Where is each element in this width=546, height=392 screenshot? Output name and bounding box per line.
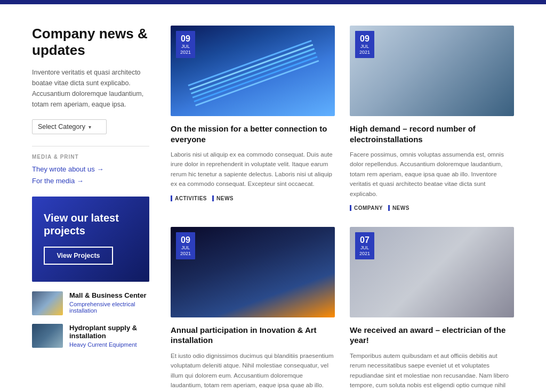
project-info-0: Mall & Business Center Comprehensive ele… bbox=[69, 291, 149, 314]
project-name-0: Mall & Business Center bbox=[69, 291, 149, 299]
project-list: Mall & Business Center Comprehensive ele… bbox=[32, 291, 149, 348]
date-month: JUL bbox=[359, 245, 370, 251]
project-tag-0: Comprehensive electrical installation bbox=[69, 301, 149, 314]
sidebar-description: Inventore veritatis et quasi architecto … bbox=[32, 67, 149, 110]
page-wrapper: Company news & updates Inventore veritat… bbox=[0, 0, 546, 392]
project-thumb-hydro bbox=[32, 324, 63, 348]
news-tags: ACTIVITIESNEWS bbox=[171, 195, 335, 201]
main-content: 09 JUL 2021 On the mission for a better … bbox=[171, 26, 514, 392]
date-day: 07 bbox=[359, 235, 370, 245]
project-thumb-mall bbox=[32, 291, 63, 315]
project-item-0[interactable]: Mall & Business Center Comprehensive ele… bbox=[32, 291, 149, 315]
date-year: 2021 bbox=[180, 251, 191, 257]
project-tag-1: Heavy Current Equipment bbox=[69, 341, 149, 348]
date-day: 09 bbox=[359, 34, 370, 44]
news-card-3[interactable]: 07 JUL 2021 We received an award – elect… bbox=[350, 227, 514, 392]
sidebar: Company news & updates Inventore veritat… bbox=[32, 26, 149, 392]
news-tag: NEWS bbox=[212, 195, 234, 201]
news-tag: ACTIVITIES bbox=[171, 195, 207, 201]
date-day: 09 bbox=[180, 235, 191, 245]
media-section-label: MEDIA & PRINT bbox=[32, 154, 149, 160]
news-title: We received an award – electrician of th… bbox=[350, 325, 514, 346]
projects-banner: View our latest projects View Projects bbox=[32, 197, 149, 282]
news-title: Annual participation in Inovation & Art … bbox=[171, 325, 335, 346]
date-month: JUL bbox=[180, 44, 191, 50]
news-title: High demand – record number of electroin… bbox=[350, 124, 514, 144]
news-tag: NEWS bbox=[388, 205, 410, 211]
news-text: Laboris nisi ut aliquip ex ea commodo co… bbox=[171, 150, 335, 189]
date-month: JUL bbox=[359, 44, 370, 50]
news-image bbox=[350, 26, 514, 116]
news-image-wrap: 09 JUL 2021 bbox=[350, 26, 514, 116]
project-info-1: Hydroplant supply & installation Heavy C… bbox=[69, 324, 149, 348]
sidebar-link-media[interactable]: For the media → bbox=[32, 177, 149, 185]
category-select[interactable]: Select Category ▾ bbox=[32, 119, 107, 134]
sidebar-title: Company news & updates bbox=[32, 26, 149, 59]
project-name-1: Hydroplant supply & installation bbox=[69, 324, 149, 340]
date-badge: 09 JUL 2021 bbox=[355, 31, 374, 58]
news-card-0[interactable]: 09 JUL 2021 On the mission for a better … bbox=[171, 26, 335, 211]
banner-title: View our latest projects bbox=[44, 211, 138, 237]
news-text: Et iusto odio dignissimos ducimus qui bl… bbox=[171, 351, 335, 390]
news-image bbox=[171, 26, 335, 116]
date-badge: 09 JUL 2021 bbox=[176, 232, 195, 259]
date-year: 2021 bbox=[180, 50, 191, 55]
news-image-wrap: 09 JUL 2021 bbox=[171, 227, 335, 317]
news-title: On the mission for a better connection t… bbox=[171, 124, 335, 144]
news-text: Temporibus autem quibusdam et aut offici… bbox=[350, 351, 514, 392]
news-image-wrap: 09 JUL 2021 bbox=[171, 26, 335, 116]
banner-inner: View our latest projects View Projects bbox=[44, 211, 138, 265]
news-tag: COMPANY bbox=[350, 205, 383, 211]
date-badge: 07 JUL 2021 bbox=[355, 232, 374, 259]
divider bbox=[32, 146, 149, 146]
news-card-2[interactable]: 09 JUL 2021 Annual participation in Inov… bbox=[171, 227, 335, 392]
date-year: 2021 bbox=[359, 251, 370, 257]
date-day: 09 bbox=[180, 34, 191, 44]
news-tags: COMPANYNEWS bbox=[350, 205, 514, 211]
date-month: JUL bbox=[180, 245, 191, 251]
chevron-down-icon: ▾ bbox=[89, 124, 91, 130]
news-card-1[interactable]: 09 JUL 2021 High demand – record number … bbox=[350, 26, 514, 211]
news-image bbox=[171, 227, 335, 317]
view-projects-button[interactable]: View Projects bbox=[44, 247, 113, 265]
news-image-wrap: 07 JUL 2021 bbox=[350, 227, 514, 317]
date-year: 2021 bbox=[359, 50, 370, 55]
news-image bbox=[350, 227, 514, 317]
sidebar-link-wrote[interactable]: They wrote about us → bbox=[32, 165, 149, 173]
date-badge: 09 JUL 2021 bbox=[176, 31, 195, 58]
project-item-1[interactable]: Hydroplant supply & installation Heavy C… bbox=[32, 324, 149, 348]
news-text: Facere possimus, omnis voluptas assumend… bbox=[350, 150, 514, 199]
